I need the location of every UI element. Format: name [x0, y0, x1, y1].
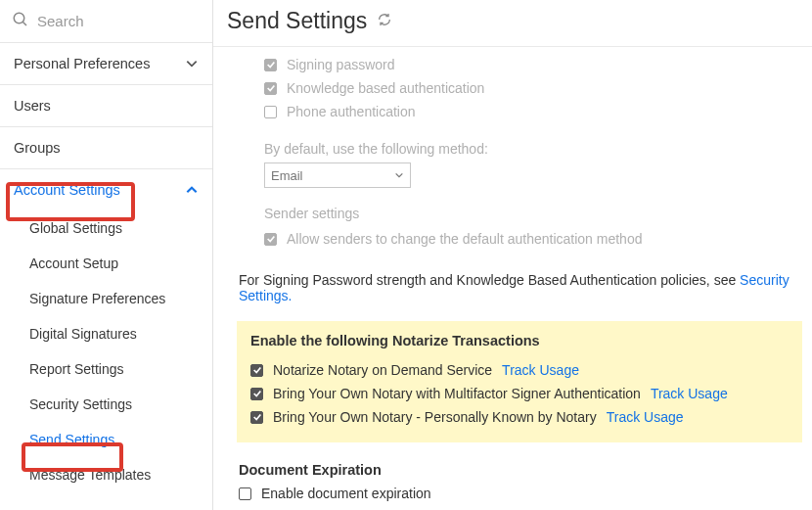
track-usage-link[interactable]: Track Usage: [651, 386, 728, 401]
main-content: Send Settings Signing password Knowledge…: [213, 0, 812, 510]
checkbox-checked-icon[interactable]: [264, 233, 277, 246]
doc-exp-option-label: Enable document expiration: [261, 486, 431, 501]
svg-line-1: [23, 22, 26, 25]
svg-point-0: [14, 13, 24, 23]
nav-label: Users: [14, 98, 51, 114]
sender-allow-row: Allow senders to change the default auth…: [264, 227, 796, 251]
auth-signing-password-row: Signing password: [264, 53, 796, 76]
checkbox-checked-icon[interactable]: [250, 388, 263, 400]
nav-users[interactable]: Users: [0, 85, 212, 127]
subnav-message-templates[interactable]: Message Templates: [0, 457, 212, 492]
account-settings-submenu: Global Settings Account Setup Signature …: [0, 210, 212, 492]
checkbox-checked-icon[interactable]: [250, 411, 263, 424]
nav-label: Groups: [14, 140, 61, 156]
chevron-up-icon: [185, 183, 199, 197]
notarize-transactions-block: Enable the following Notarize Transactio…: [237, 321, 802, 442]
notarize-row-1: Notarize Notary on Demand Service Track …: [250, 358, 789, 382]
subnav-report-settings[interactable]: Report Settings: [0, 351, 212, 387]
notarize-row-3: Bring Your Own Notary - Personally Known…: [250, 405, 789, 429]
auth-phone-row: Phone authentication: [264, 100, 796, 123]
chevron-down-icon: [185, 57, 199, 70]
select-value: Email: [271, 168, 303, 183]
nav-label: Account Settings: [14, 182, 120, 198]
notarize-option-label: Notarize Notary on Demand Service: [273, 362, 492, 378]
nav-account-settings[interactable]: Account Settings: [0, 169, 212, 210]
notarize-row-2: Bring Your Own Notary with Multifactor S…: [250, 382, 789, 405]
checkbox-checked-icon[interactable]: [264, 59, 277, 71]
sidebar: Personal Preferences Users Groups Accoun…: [0, 0, 213, 510]
search-box: [0, 0, 212, 43]
page-title: Send Settings: [227, 8, 367, 34]
sender-settings-label: Sender settings: [264, 206, 796, 221]
document-expiration-title: Document Expiration: [239, 462, 796, 478]
auth-option-label: Knowledge based authentication: [287, 80, 484, 96]
chevron-down-icon: [394, 168, 404, 183]
subnav-signature-preferences[interactable]: Signature Preferences: [0, 281, 212, 316]
notarize-option-label: Bring Your Own Notary - Personally Known…: [273, 409, 597, 425]
auth-methods-block: Signing password Knowledge based authent…: [264, 47, 796, 251]
track-usage-link[interactable]: Track Usage: [607, 409, 684, 425]
auth-option-label: Signing password: [287, 57, 395, 72]
nav-personal-preferences[interactable]: Personal Preferences: [0, 43, 212, 85]
track-usage-link[interactable]: Track Usage: [502, 362, 579, 378]
nav-label: Personal Preferences: [14, 56, 150, 71]
default-method-label: By default, use the following method:: [264, 141, 796, 157]
refresh-icon[interactable]: [377, 12, 392, 30]
document-expiration-row: Enable document expiration: [239, 486, 796, 501]
default-method-select[interactable]: Email: [264, 162, 411, 188]
subnav-account-setup[interactable]: Account Setup: [0, 246, 212, 281]
checkbox-unchecked-icon[interactable]: [264, 106, 277, 118]
search-icon: [12, 11, 37, 31]
subnav-send-settings[interactable]: Send Settings: [0, 422, 212, 457]
auth-kba-row: Knowledge based authentication: [264, 76, 796, 100]
notarize-option-label: Bring Your Own Notary with Multifactor S…: [273, 386, 641, 401]
subnav-global-settings[interactable]: Global Settings: [0, 210, 212, 246]
subnav-security-settings[interactable]: Security Settings: [0, 387, 212, 422]
page-header: Send Settings: [213, 0, 812, 47]
subnav-digital-signatures[interactable]: Digital Signatures: [0, 316, 212, 351]
auth-option-label: Phone authentication: [287, 104, 416, 119]
sender-allow-label: Allow senders to change the default auth…: [287, 231, 642, 247]
search-input[interactable]: [37, 13, 201, 29]
nav-groups[interactable]: Groups: [0, 127, 212, 169]
checkbox-unchecked-icon[interactable]: [239, 487, 251, 500]
checkbox-checked-icon[interactable]: [250, 364, 263, 377]
notarize-title: Enable the following Notarize Transactio…: [250, 333, 789, 348]
policy-blurb: For Signing Password strength and Knowle…: [239, 272, 796, 303]
checkbox-checked-icon[interactable]: [264, 82, 277, 95]
